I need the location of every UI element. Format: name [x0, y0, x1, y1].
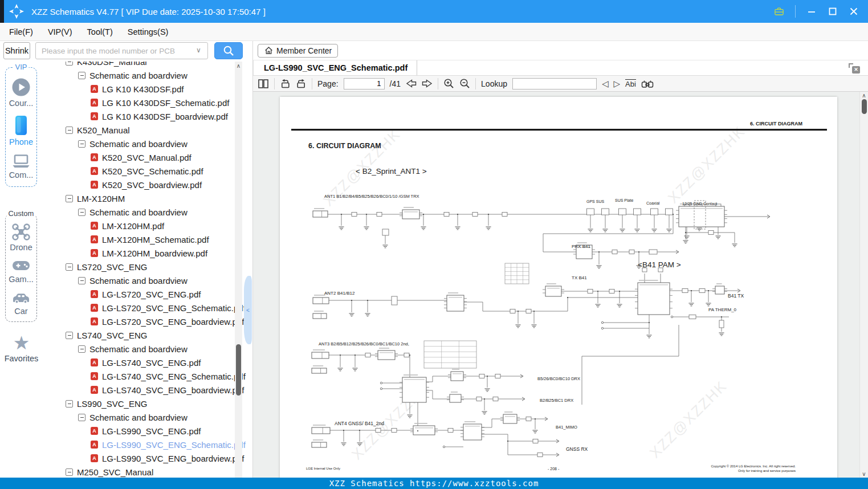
collapse-expander-icon[interactable]	[78, 345, 85, 353]
two-page-view-icon[interactable]	[258, 78, 269, 90]
search-next-icon[interactable]: ▷	[614, 79, 621, 89]
tree-item-label[interactable]: Schematic and boardview	[89, 413, 188, 422]
tree-item-label[interactable]: Schematic and boardview	[89, 71, 188, 80]
search-prev-icon[interactable]: ◁	[602, 79, 609, 89]
tree-item-label[interactable]: LS740_SVC_ENG	[77, 331, 147, 340]
tree-item-label[interactable]: LM-X120HM_Schematic.pdf	[102, 235, 209, 244]
next-page-icon[interactable]	[422, 78, 433, 90]
tree-item-label[interactable]: LG-LS740_SVC_ENG.pdf	[102, 358, 201, 368]
tree-item-label[interactable]: LG-LS740_SVC_ENG_Schematic.pdf	[102, 372, 246, 381]
tree-item-folder[interactable]: LS990_SVC_ENG	[43, 397, 252, 410]
tree-item-folder[interactable]: LS740_SVC_ENG	[43, 328, 252, 342]
zoom-out-icon[interactable]	[459, 78, 470, 90]
scroll-down-icon[interactable]: ∨	[860, 471, 868, 477]
sidebar-item-computer[interactable]: Com...	[9, 154, 34, 180]
tree-item-pdf[interactable]: ALG-LS740_SVC_ENG.pdf	[43, 356, 252, 369]
tree-item-pdf[interactable]: ALG-LS990_SVC_ENG_Schematic.pdf	[43, 438, 252, 451]
tree-item-label[interactable]: LG-LS990_SVC_ENG_boardview.pdf	[102, 454, 244, 463]
close-button[interactable]	[849, 6, 859, 17]
tree-item-label[interactable]: LG-LS720_SVC_ENG_boardview.pdf	[102, 317, 244, 327]
tree-item-label[interactable]: LG-LS720_SVC_ENG_Schematic.pdf	[102, 303, 246, 313]
tree-item-label[interactable]: LM-X120HM_boardview.pdf	[102, 248, 207, 258]
tree-item-folder[interactable]: M250_SVC_Manual	[43, 465, 252, 478]
pdf-scrollbar-thumb[interactable]	[862, 99, 867, 114]
tree-item-label[interactable]: K520_SVC_Manual.pdf	[102, 153, 191, 162]
tree-item-folder[interactable]: K430DSF_Manual	[43, 62, 252, 68]
tree-item-pdf[interactable]: ALG-LS990_SVC_ENG.pdf	[43, 424, 252, 438]
tree-scrollbar[interactable]: ∧	[235, 62, 242, 478]
panel-collapse-handle[interactable]: <	[244, 276, 252, 344]
tree-item-label[interactable]: LM-X120HM	[77, 194, 125, 203]
pdf-scrollbar[interactable]: ∧ ∨	[859, 92, 868, 478]
shrink-button[interactable]: Shrink	[3, 42, 30, 59]
tree-item-label[interactable]: M250_SVC_Manual	[77, 467, 153, 477]
tree-item-pdf[interactable]: ALG K10 K430DSF_Schematic.pdf	[43, 96, 252, 109]
document-tab[interactable]: LG-LS990_SVC_ENG_Schematic.pdf	[253, 60, 417, 75]
sidebar-item-favorites[interactable]: ★ Favorites	[0, 333, 43, 363]
tree-item-pdf[interactable]: ALG-LS740_SVC_ENG_Schematic.pdf	[43, 369, 252, 383]
scroll-up-icon[interactable]: ∧	[860, 92, 868, 99]
tree-item-pdf[interactable]: ALG K10 K430DSF.pdf	[43, 82, 252, 96]
sidebar-item-course[interactable]: Cour...	[9, 78, 34, 108]
maximize-button[interactable]	[828, 6, 838, 17]
collapse-expander-icon[interactable]	[78, 72, 85, 79]
tree-item-label[interactable]: LG K10 K430DSF_Schematic.pdf	[102, 98, 229, 108]
rotate-right-icon[interactable]	[296, 78, 307, 90]
tree-item-folder[interactable]: Schematic and boardview	[43, 68, 252, 82]
collapse-expander-icon[interactable]	[66, 195, 73, 202]
tree-item-pdf[interactable]: AK520_SVC_boardview.pdf	[43, 178, 252, 191]
tree-item-label[interactable]: Schematic and boardview	[89, 207, 188, 217]
collapse-expander-icon[interactable]	[78, 209, 85, 216]
tree-item-folder[interactable]: K520_Manual	[43, 123, 252, 137]
briefcase-icon[interactable]	[774, 6, 784, 17]
collapse-expander-icon[interactable]	[78, 140, 85, 148]
tree-item-label[interactable]: Schematic and boardview	[89, 276, 188, 286]
tree-item-pdf[interactable]: AK520_SVC_Schematic.pdf	[43, 164, 252, 178]
tree-item-pdf[interactable]: ALM-X120HM_boardview.pdf	[43, 246, 252, 260]
search-button[interactable]	[214, 42, 243, 59]
collapse-expander-icon[interactable]	[78, 277, 85, 284]
binoculars-icon[interactable]	[641, 78, 654, 90]
rotate-left-icon[interactable]	[280, 78, 291, 90]
menu-file[interactable]: File(F)	[9, 27, 33, 36]
tree-item-folder[interactable]: Schematic and boardview	[43, 342, 252, 356]
tree-item-label[interactable]: K520_SVC_boardview.pdf	[102, 180, 202, 190]
tree-item-folder[interactable]: Schematic and boardview	[43, 137, 252, 150]
tree-item-label[interactable]: LG-LS720_SVC_ENG.pdf	[102, 290, 201, 299]
sidebar-item-drone[interactable]: Drone	[10, 223, 32, 252]
minimize-button[interactable]	[806, 6, 817, 17]
tree-item-pdf[interactable]: ALM-X120HM.pdf	[43, 219, 252, 233]
tree-item-label[interactable]: LG-LS740_SVC_ENG_boardview.pdf	[102, 385, 244, 395]
tree-item-folder[interactable]: Schematic and boardview	[43, 205, 252, 219]
tree-item-pdf[interactable]: ALG K10 K430DSF_boardview.pdf	[43, 109, 252, 123]
match-case-icon[interactable]: Abi	[625, 79, 636, 88]
menu-tool[interactable]: Tool(T)	[87, 27, 113, 36]
sidebar-item-car[interactable]: Car	[11, 290, 31, 316]
previous-page-icon[interactable]	[406, 78, 417, 90]
tree-item-label[interactable]: LS720_SVC_ENG	[77, 262, 147, 272]
collapse-expander-icon[interactable]	[66, 400, 73, 408]
scroll-up-icon[interactable]: ∧	[235, 63, 242, 69]
tree-scrollbar-thumb[interactable]	[236, 344, 241, 396]
tree-item-pdf[interactable]: ALG-LS990_SVC_ENG_boardview.pdf	[43, 451, 252, 465]
page-number-input[interactable]	[344, 78, 385, 89]
menu-vip[interactable]: VIP(V)	[48, 27, 72, 36]
tree-item-label[interactable]: Schematic and boardview	[89, 344, 188, 354]
tree-item-label[interactable]: K430DSF_Manual	[77, 62, 147, 67]
tree-item-label[interactable]: LS990_SVC_ENG	[77, 399, 147, 409]
chevron-down-icon[interactable]: ∨	[196, 46, 201, 54]
sidebar-item-phone[interactable]: Phone	[9, 115, 33, 146]
tree-item-pdf[interactable]: ALG-LS720_SVC_ENG_boardview.pdf	[43, 315, 252, 328]
menu-settings[interactable]: Settings(S)	[128, 27, 169, 36]
sidebar-item-game[interactable]: Gam...	[9, 258, 34, 284]
tree-item-label[interactable]: LG K10 K430DSF.pdf	[102, 84, 184, 94]
lookup-input[interactable]	[512, 78, 597, 89]
tree-item-label[interactable]: LM-X120HM.pdf	[102, 221, 164, 231]
model-search-input[interactable]	[35, 42, 208, 59]
tree-item-label[interactable]: LG-LS990_SVC_ENG_Schematic.pdf	[102, 440, 246, 450]
tree-item-pdf[interactable]: ALG-LS740_SVC_ENG_boardview.pdf	[43, 383, 252, 397]
tree-item-label[interactable]: LG K10 K430DSF_boardview.pdf	[102, 112, 228, 121]
tree-item-folder[interactable]: LM-X120HM	[43, 191, 252, 205]
tree-item-pdf[interactable]: ALG-LS720_SVC_ENG_Schematic.pdf	[43, 301, 252, 315]
tree-item-label[interactable]: K520_SVC_Schematic.pdf	[102, 166, 203, 176]
